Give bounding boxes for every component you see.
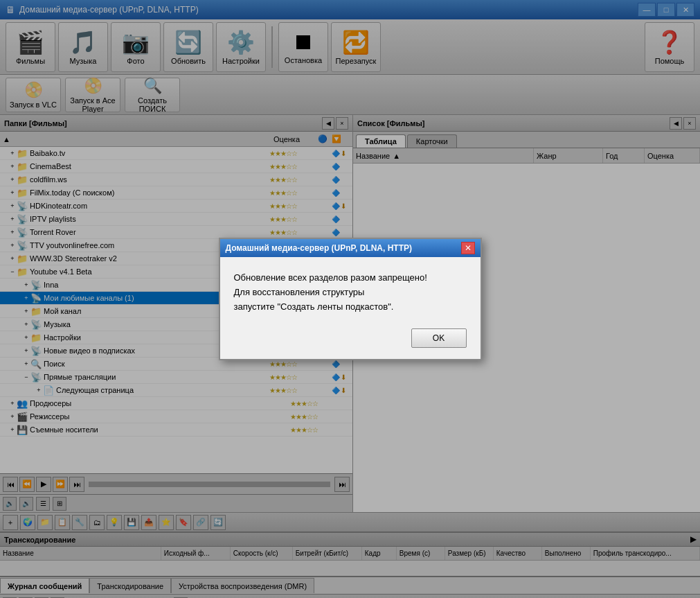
modal-titlebar: Домашний медиа-сервер (UPnP, DLNA, HTTP)… (220, 239, 481, 257)
modal-close-button[interactable]: ✕ (461, 242, 475, 254)
modal-overlay: Домашний медиа-сервер (UPnP, DLNA, HTTP)… (0, 0, 700, 598)
modal-title: Домашний медиа-сервер (UPnP, DLNA, HTTP) (226, 243, 461, 253)
modal-message-line2: Для восстановления структуры (234, 285, 467, 300)
modal-body: Обновление всех разделов разом запрещено… (220, 257, 481, 321)
modal-footer: OK (220, 322, 481, 359)
modal-message-line3: запустите "Создать ленты подкастов". (234, 300, 467, 315)
modal-ok-button[interactable]: OK (411, 328, 467, 348)
modal-dialog: Домашний медиа-сервер (UPnP, DLNA, HTTP)… (219, 238, 482, 360)
modal-message-line1: Обновление всех разделов разом запрещено… (234, 271, 467, 285)
